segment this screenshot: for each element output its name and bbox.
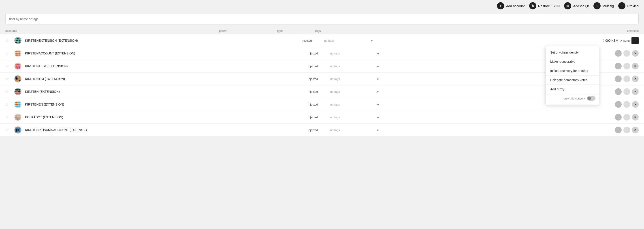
send-button[interactable]: ➤ send [620,39,630,42]
svg-point-9 [17,42,19,43]
svg-point-8 [16,42,17,43]
svg-point-68 [17,115,19,116]
svg-point-49 [16,91,18,93]
svg-point-29 [19,65,20,67]
action-button-2[interactable] [624,88,630,95]
star-col[interactable]: ☆ [5,76,14,81]
action-button-2[interactable] [624,63,630,70]
star-col[interactable]: ☆ [5,102,14,107]
expand-button[interactable]: » [375,76,381,82]
proxied-icon: + [618,2,626,10]
chevron-col[interactable]: » [375,114,615,120]
action-button-2[interactable] [624,76,630,82]
svg-point-7 [19,40,20,42]
svg-point-60 [16,104,18,105]
action-button-1[interactable] [615,101,622,108]
action-button-3[interactable]: ✕ [632,127,639,133]
expand-button[interactable]: » [375,63,381,69]
svg-point-47 [19,89,20,91]
svg-point-20 [17,55,19,56]
expand-button[interactable]: » [375,102,381,107]
svg-point-46 [17,89,19,91]
svg-point-51 [19,91,20,93]
svg-point-53 [17,93,19,94]
dropdown-item[interactable]: Initiate recovery for another [546,66,599,76]
action-button-1[interactable] [615,76,622,82]
svg-point-25 [19,64,20,65]
svg-point-10 [19,42,20,43]
row-actions: ✕ [615,63,639,70]
expand-button[interactable]: » [375,127,381,133]
action-button-1[interactable] [615,50,622,57]
star-col[interactable]: ☆ [5,89,14,94]
expand-button[interactable]: » [375,114,381,120]
svg-point-5 [16,40,18,42]
star-col[interactable]: ☆ [5,115,14,120]
table-row: ☆ KIRSTEN KUSAMA ACCOUNT (EXTENS...) inj… [0,124,644,136]
action-button-3[interactable]: ✕ [632,76,639,82]
action-button-3[interactable]: ✕ [632,101,639,108]
col-balances-header: balances [627,29,639,33]
action-button-1[interactable] [615,63,622,70]
action-button-1[interactable] [615,88,622,95]
add-account-button[interactable]: + Add account [497,2,524,10]
svg-point-65 [19,106,20,107]
svg-point-56 [16,102,17,104]
svg-point-38 [16,78,18,80]
svg-point-14 [19,51,20,53]
action-button-3[interactable]: ✕ [632,114,639,121]
star-col[interactable]: ☆ [5,38,14,43]
action-button-2[interactable] [624,114,630,121]
action-button-3[interactable]: ✕ [632,50,639,57]
chevron-col[interactable]: » [375,127,615,133]
action-button-3[interactable]: ✕ [632,88,639,95]
svg-point-57 [17,102,19,104]
top-toolbar: + Add account ↻ Restore JSON ⊞ Add via Q… [0,0,644,12]
svg-point-85 [16,131,17,133]
account-name: KIRSTEN KUSAMA ACCOUNT (EXTENS...) [23,128,263,132]
svg-point-32 [19,67,20,69]
account-name: KIRSTENTEST (EXTENSION) [23,64,263,68]
star-col[interactable]: ☆ [5,127,14,132]
account-name: KIRSTENACCOUNT (EXTENSION) [23,52,263,55]
add-via-qr-button[interactable]: ⊞ Add via Qr [564,2,589,10]
more-options-button[interactable]: ⋮ [632,37,639,44]
avatar [14,126,22,134]
action-button-1[interactable] [615,127,622,133]
account-tags: no tags [330,128,375,132]
row-actions: ✕ [615,101,639,108]
account-name: POLKADOT (EXTENSION) [23,115,263,119]
action-button-1[interactable] [615,114,622,121]
svg-point-64 [17,106,19,107]
expand-button[interactable]: » [375,50,381,56]
svg-point-52 [16,93,17,94]
avatar [14,37,22,44]
expand-button[interactable]: » [375,89,381,95]
action-button-2[interactable] [624,127,630,133]
dropdown-item[interactable]: Make recoverable [546,57,599,66]
filter-input[interactable] [5,14,639,24]
chevron-col[interactable]: » [369,38,603,44]
dropdown-item[interactable]: Add proxy [546,85,599,94]
dropdown-item[interactable]: Set on-chain identity [546,48,599,57]
dropdown-item[interactable]: Delegate democracy votes [546,76,599,85]
multisig-button[interactable]: + Multisig [594,2,614,10]
svg-point-30 [16,67,17,69]
svg-point-42 [17,80,19,82]
network-toggle[interactable] [587,96,596,101]
account-tags: no tags [330,77,375,81]
action-button-2[interactable] [624,101,630,108]
star-col[interactable]: ☆ [5,51,14,56]
action-button-2[interactable] [624,50,630,57]
col-accounts-header: accounts [5,29,250,33]
expand-button[interactable]: » [369,38,374,44]
star-col[interactable]: ☆ [5,64,14,69]
table-header: accounts parent type tags balances [0,27,644,34]
account-type: injected [308,52,330,55]
restore-json-button[interactable]: ↻ Restore JSON [529,2,560,10]
action-button-3[interactable]: ✕ [632,63,639,70]
row-actions: 0.000 KSM ➤ send ⋮ [603,37,639,44]
dropdown-menu: Set on-chain identity Make recoverable I… [546,46,599,105]
multisig-icon: + [594,2,600,10]
proxied-button[interactable]: + Proxied [618,2,639,10]
